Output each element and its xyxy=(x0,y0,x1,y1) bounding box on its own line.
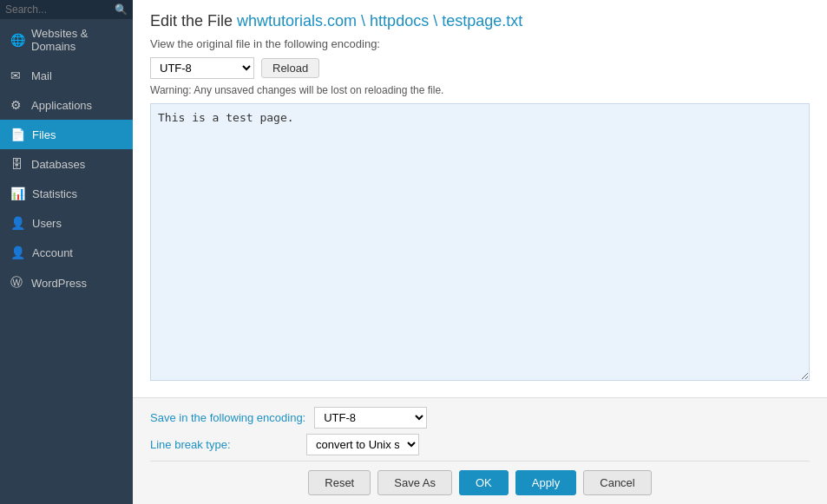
search-icon[interactable]: 🔍 xyxy=(115,3,128,16)
sidebar-item-users[interactable]: 👤Users xyxy=(0,208,133,238)
file-editor[interactable]: This is a test page. xyxy=(150,103,810,381)
sidebar-label-mail: Mail xyxy=(31,69,52,82)
sidebar-icon-mail: ✉ xyxy=(10,69,24,82)
sidebar-icon-files: 📄 xyxy=(10,128,25,141)
encoding-select[interactable]: UTF-8 ISO-8859-1 xyxy=(150,57,254,79)
sidebar-item-applications[interactable]: ⚙Applications xyxy=(0,90,133,120)
sidebar-icon-users: 👤 xyxy=(10,216,25,230)
save-encoding-select[interactable]: UTF-8 ISO-8859-1 xyxy=(314,407,427,429)
sidebar-item-wordpress[interactable]: ⓌWordPress xyxy=(0,267,133,298)
sidebar-item-databases[interactable]: 🗄Databases xyxy=(0,149,133,179)
sidebar-icon-statistics: 📊 xyxy=(10,187,25,200)
sidebar-label-files: Files xyxy=(32,128,56,141)
content-area: Edit the File whwtutorials.com \ httpdoc… xyxy=(133,0,827,397)
encoding-label: View the original file in the following … xyxy=(150,37,810,50)
line-break-row: Line break type: convert to Unix style c… xyxy=(150,434,810,455)
warning-text: Warning: Any unsaved changes will be los… xyxy=(150,84,810,96)
breadcrumb-link[interactable]: whwtutorials.com \ httpdocs \ testpage.t… xyxy=(237,12,522,29)
reload-button[interactable]: Reload xyxy=(261,58,319,78)
main-content: Edit the File whwtutorials.com \ httpdoc… xyxy=(133,0,827,504)
sidebar-icon-applications: ⚙ xyxy=(10,98,24,112)
sidebar-item-account[interactable]: 👤Account xyxy=(0,238,133,267)
sidebar-icon-wordpress: Ⓦ xyxy=(10,275,24,291)
search-input[interactable] xyxy=(5,3,115,16)
save-as-button[interactable]: Save As xyxy=(377,470,452,495)
sidebar-label-applications: Applications xyxy=(31,99,92,112)
sidebar-icon-databases: 🗄 xyxy=(10,157,24,171)
cancel-button[interactable]: Cancel xyxy=(583,470,651,495)
sidebar-label-users: Users xyxy=(32,217,62,230)
sidebar-label-websites-domains: Websites & Domains xyxy=(31,27,122,53)
sidebar-item-websites-domains[interactable]: 🌐Websites & Domains xyxy=(0,19,133,61)
reset-button[interactable]: Reset xyxy=(308,470,371,495)
line-break-select[interactable]: convert to Unix style convert to Windows… xyxy=(306,434,419,455)
ok-button[interactable]: OK xyxy=(459,470,509,495)
save-encoding-row: Save in the following encoding: UTF-8 IS… xyxy=(150,407,810,429)
encoding-row: UTF-8 ISO-8859-1 Reload xyxy=(150,57,810,79)
page-title: Edit the File whwtutorials.com \ httpdoc… xyxy=(150,12,810,30)
sidebar-icon-account: 👤 xyxy=(10,245,25,259)
bottom-bar: Save in the following encoding: UTF-8 IS… xyxy=(133,397,827,504)
sidebar-item-mail[interactable]: ✉Mail xyxy=(0,61,133,90)
sidebar-label-account: Account xyxy=(32,246,73,259)
save-encoding-label: Save in the following encoding: xyxy=(150,411,305,424)
sidebar-label-statistics: Statistics xyxy=(32,187,77,200)
title-prefix: Edit the File xyxy=(150,12,233,29)
sidebar: 🔍 🌐Websites & Domains✉Mail⚙Applications📄… xyxy=(0,0,133,504)
sidebar-nav: 🌐Websites & Domains✉Mail⚙Applications📄Fi… xyxy=(0,19,133,504)
action-row: Reset Save As OK Apply Cancel xyxy=(150,461,810,495)
line-break-label: Line break type: xyxy=(150,438,298,451)
sidebar-item-statistics[interactable]: 📊Statistics xyxy=(0,179,133,208)
sidebar-label-wordpress: WordPress xyxy=(31,277,87,290)
sidebar-icon-websites-domains: 🌐 xyxy=(10,33,24,47)
apply-button[interactable]: Apply xyxy=(515,470,577,495)
search-box: 🔍 xyxy=(0,0,133,19)
sidebar-label-databases: Databases xyxy=(31,158,85,171)
sidebar-item-files[interactable]: 📄Files xyxy=(0,120,133,149)
